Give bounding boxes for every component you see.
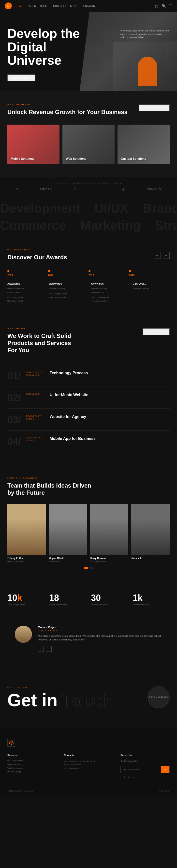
awards-list: Awwwards Website of the day Mobile eelen…	[7, 282, 170, 303]
team-name-3: Harry Newman	[90, 557, 128, 560]
services-grid: Mobile Solutions Web Solutions Custom So…	[7, 125, 170, 164]
team-title: Team that Builds Ideas Driven by the Fut…	[7, 482, 96, 496]
work-title-4: Mobile App for Business	[50, 436, 170, 441]
timeline-year-4: 2019	[129, 268, 170, 277]
team-photo-inner-4	[131, 504, 170, 555]
testimonial-prev-button[interactable]: ←	[38, 646, 44, 652]
stat-label-2: Skilled Professionals	[49, 603, 86, 606]
services-label: WHAT WE OFFER	[7, 103, 127, 106]
team-photo-inner-1	[7, 504, 46, 555]
team-label: MEET OUR DREAMERS	[7, 477, 170, 479]
service-card-web[interactable]: Web Solutions	[62, 125, 115, 164]
award-detail-3-3: CSS Design Awards	[91, 296, 128, 299]
footer-link-design[interactable]: Product Design	[7, 771, 57, 773]
award-detail-2-4: Honorable mention	[49, 296, 86, 299]
timeline-dot-4	[129, 270, 131, 272]
award-detail-3-4: Honorable mention	[91, 299, 128, 303]
testimonial-text: "Our office is something we are pleased …	[38, 634, 162, 642]
cart-icon[interactable]: 🛒	[155, 4, 159, 8]
award-detail-3-1: Website of the day	[91, 287, 128, 290]
social-behance-icon[interactable]: b	[132, 776, 134, 779]
social-linkedin-icon[interactable]: in	[128, 776, 130, 779]
work-section: WHAT WE DO We Work to Craft Solid Produc…	[0, 315, 177, 465]
service-card-mobile-label: Mobile Solutions	[11, 157, 34, 160]
award-detail-2-3: CSS Design Awards	[49, 292, 86, 296]
award-detail-1-1: Website of the day	[7, 287, 44, 290]
hero-title: Develop the Digital Universe	[7, 27, 90, 67]
footer-link-marketing[interactable]: Digital Marketing	[7, 763, 57, 766]
navbar: D HOME PAGES BLOG PORTFOLIO SHOP CONTACT…	[0, 0, 177, 12]
work-view-all-button[interactable]: VIEW ALL CASES	[143, 328, 170, 335]
social-twitter-icon[interactable]: t	[124, 776, 125, 779]
send-message-button[interactable]: SEND A MESSAGE	[148, 686, 170, 708]
marquee-section: Development _ UI/UX _ Branding Commerce …	[0, 197, 177, 237]
footer-subscribe-button[interactable]: →	[161, 766, 169, 773]
timeline-dot-2	[48, 270, 50, 272]
dot-3[interactable]	[92, 567, 93, 569]
work-item-4[interactable]: 04/ DEVELOPMENT / DESIGN Mobile App for …	[7, 431, 170, 453]
hero-cta-button[interactable]: GET IN TOUCH	[7, 74, 35, 81]
services-view-all-button[interactable]: VIEW ALL SERVICES	[139, 104, 170, 111]
footer: Services UI/UX Experience Digital Market…	[0, 728, 177, 797]
nav-contacts[interactable]: CONTACTS	[81, 5, 95, 7]
work-header: WHAT WE DO We Work to Craft Solid Produc…	[7, 327, 170, 355]
footer-link-uiux[interactable]: UI/UX Experience	[7, 760, 57, 762]
award-detail-1-3: CSS Design Awards	[7, 296, 44, 299]
dot-1[interactable]	[84, 567, 88, 569]
stats-row: 10k Years of Experience 18 Skilled Profe…	[7, 593, 170, 606]
social-facebook-icon[interactable]: f	[120, 776, 121, 779]
partner-logo-6: GENESIS	[147, 188, 161, 191]
awards-next-button[interactable]: →	[163, 252, 170, 259]
timeline-dot-3	[88, 270, 90, 272]
footer-logo-icon	[9, 740, 14, 745]
dot-2[interactable]	[89, 567, 91, 569]
footer-subscribe-col: Subscribe Our team is qualified... → f t…	[120, 754, 170, 779]
footer-policy[interactable]: Privacy Policy	[159, 790, 170, 792]
nav-home[interactable]: HOME	[16, 5, 23, 7]
footer-email-input[interactable]	[121, 766, 161, 773]
contact-section: GET IN TOUCH Get in Touch SEND A MESSAGE	[0, 672, 177, 728]
hero-hand-image	[138, 57, 157, 86]
timeline-dot-1	[7, 270, 9, 272]
search-icon[interactable]: 🔍	[162, 4, 166, 8]
work-item-1[interactable]: 01/ DEVELOPMENT / TECHNOLOGY Technology …	[7, 365, 170, 387]
work-item-3[interactable]: 03/ DEVELOPMENT / DESIGN Website for Age…	[7, 409, 170, 431]
nav-blog[interactable]: BLOG	[40, 5, 47, 7]
team-name-1: Tiffany Enfler	[7, 557, 46, 560]
testimonial-next-button[interactable]: →	[46, 646, 52, 652]
work-title-1: Technology Process	[50, 371, 170, 375]
team-card-4: James T...	[131, 504, 170, 562]
stat-number-1: 10k	[7, 593, 44, 602]
footer-phone: +1 800 555 400 789	[64, 763, 113, 767]
partners-label: OVER 40 SOFTWARE BUSINESSES WORKING WITH…	[7, 182, 170, 184]
testimonial: Monica Regan CEO OF MASNET "Our office i…	[7, 618, 170, 659]
timeline-year-1: 2016	[7, 268, 48, 277]
testimonial-avatar-image	[15, 626, 32, 643]
nav-pages[interactable]: PAGES	[28, 5, 36, 7]
partner-logo-4: ≡	[98, 188, 100, 191]
services-section: WHAT WE OFFER Unlock Revenue Growth for …	[0, 91, 177, 176]
svg-marker-1	[10, 741, 12, 744]
service-card-custom[interactable]: Custom Solutions	[118, 125, 170, 164]
work-item-2[interactable]: 02/ TECHNOLOGY UI for Music Website	[7, 387, 170, 409]
team-card-3: Harry Newman Frontend Developer	[90, 504, 128, 562]
menu-icon[interactable]: ☰	[169, 4, 172, 8]
logo[interactable]: D	[5, 2, 12, 9]
footer-subscribe-text: Our team is qualified...	[120, 760, 170, 763]
stat-item-3: 30 Visited Conferences	[91, 593, 128, 606]
marquee-text-1: Development _ UI/UX _ Branding	[0, 201, 177, 216]
footer-logo	[7, 739, 170, 747]
awards-title: Discover Our Awards	[7, 254, 67, 261]
award-name-3: Awwwards	[91, 282, 128, 286]
partner-logo-5: ◑	[122, 188, 125, 191]
award-detail-2-1: Website of the day	[49, 287, 86, 290]
nav-shop[interactable]: SHOP	[70, 5, 77, 7]
work-tags-3: DEVELOPMENT / DESIGN	[26, 414, 46, 420]
awards-navigation: ← →	[154, 252, 170, 259]
stat-item-2: 18 Skilled Professionals	[49, 593, 86, 606]
nav-portfolio[interactable]: PORTFOLIO	[52, 5, 66, 7]
contact-title-solid: Get in	[7, 690, 58, 710]
awards-prev-button[interactable]: ←	[154, 252, 161, 259]
service-card-mobile[interactable]: Mobile Solutions	[7, 125, 59, 164]
footer-link-webdev[interactable]: Web Development	[7, 767, 57, 769]
